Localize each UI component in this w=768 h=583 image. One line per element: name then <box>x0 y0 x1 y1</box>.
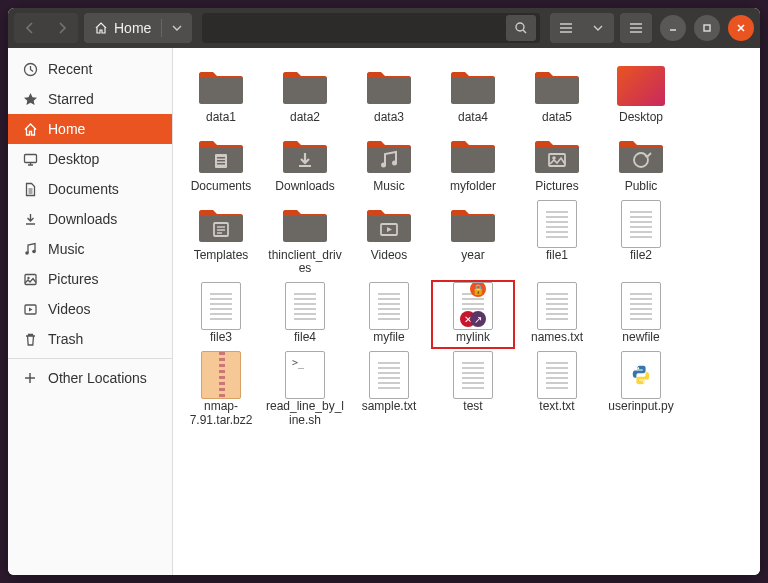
file-label: thinclient_drives <box>265 249 345 277</box>
file-item[interactable]: Music <box>347 129 431 198</box>
path-bar[interactable] <box>202 13 540 43</box>
folder-music-icon <box>363 133 415 177</box>
file-item[interactable]: file4 <box>263 280 347 349</box>
file-item[interactable]: userinput.py <box>599 349 683 432</box>
svg-point-0 <box>516 23 524 31</box>
close-button[interactable] <box>728 15 754 41</box>
sidebar-item-label: Home <box>48 121 85 137</box>
svg-point-5 <box>32 249 36 253</box>
file-label: file4 <box>294 331 316 345</box>
folder-icon <box>447 202 499 246</box>
forward-button[interactable] <box>46 13 78 43</box>
file-item[interactable]: file2 <box>599 198 683 281</box>
text-icon <box>615 284 667 328</box>
folder-icon <box>531 64 583 108</box>
sidebar-item-documents[interactable]: Documents <box>8 174 172 204</box>
folder-tpl-icon <box>195 202 247 246</box>
file-item[interactable]: Documents <box>179 129 263 198</box>
list-view-button[interactable] <box>550 13 582 43</box>
maximize-button[interactable] <box>694 15 720 41</box>
hamburger-menu-button[interactable] <box>620 13 652 43</box>
back-button[interactable] <box>14 13 46 43</box>
location-dropdown[interactable] <box>162 13 192 43</box>
text-icon <box>531 284 583 328</box>
video-icon <box>22 301 38 317</box>
folder-pic-icon <box>531 133 583 177</box>
file-item[interactable]: file1 <box>515 198 599 281</box>
view-options-button[interactable] <box>582 13 614 43</box>
svg-point-21 <box>643 381 645 383</box>
text-icon <box>363 284 415 328</box>
file-item[interactable]: data5 <box>515 60 599 129</box>
sidebar-item-videos[interactable]: Videos <box>8 294 172 324</box>
sidebar-item-trash[interactable]: Trash <box>8 324 172 354</box>
file-item[interactable]: myfolder <box>431 129 515 198</box>
search-button[interactable] <box>506 15 536 41</box>
text-icon <box>531 202 583 246</box>
header-bar: Home <box>8 8 760 48</box>
folder-icon <box>279 202 331 246</box>
file-item[interactable]: myfile <box>347 280 431 349</box>
script-icon <box>279 353 331 397</box>
location-bar[interactable]: Home <box>84 13 192 43</box>
file-item[interactable]: Videos <box>347 198 431 281</box>
file-label: newfile <box>622 331 659 345</box>
svg-rect-12 <box>217 163 225 165</box>
file-item[interactable]: Downloads <box>263 129 347 198</box>
file-item[interactable]: file3 <box>179 280 263 349</box>
file-item[interactable]: text.txt <box>515 349 599 432</box>
svg-rect-1 <box>704 25 710 31</box>
desktop-icon <box>22 151 38 167</box>
file-item[interactable]: 🔒✕↗mylink <box>431 280 515 349</box>
file-item[interactable]: data1 <box>179 60 263 129</box>
file-label: Documents <box>191 180 252 194</box>
clock-icon <box>22 61 38 77</box>
file-label: Music <box>373 180 404 194</box>
file-item[interactable]: nmap-7.91.tar.bz2 <box>179 349 263 432</box>
sidebar-item-label: Videos <box>48 301 91 317</box>
file-label: names.txt <box>531 331 583 345</box>
sidebar-item-desktop[interactable]: Desktop <box>8 144 172 174</box>
sidebar-item-home[interactable]: Home <box>8 114 172 144</box>
folder-vid-icon <box>363 202 415 246</box>
sidebar-item-label: Documents <box>48 181 119 197</box>
file-item[interactable]: read_line_by_line.sh <box>263 349 347 432</box>
file-item[interactable]: thinclient_drives <box>263 198 347 281</box>
file-label: Public <box>625 180 658 194</box>
file-item[interactable]: Pictures <box>515 129 599 198</box>
file-item[interactable]: Public <box>599 129 683 198</box>
sidebar-item-pictures[interactable]: Pictures <box>8 264 172 294</box>
file-item[interactable]: data4 <box>431 60 515 129</box>
file-item[interactable]: sample.txt <box>347 349 431 432</box>
file-view[interactable]: data1data2data3data4data5DesktopDocument… <box>173 48 760 575</box>
svg-point-4 <box>25 251 29 255</box>
sidebar-other-locations[interactable]: Other Locations <box>8 363 172 393</box>
file-label: file1 <box>546 249 568 263</box>
file-item[interactable]: test <box>431 349 515 432</box>
svg-point-13 <box>381 162 386 167</box>
file-label: test <box>463 400 482 414</box>
file-label: userinput.py <box>608 400 673 414</box>
folder-dl-icon <box>279 133 331 177</box>
file-label: read_line_by_line.sh <box>265 400 345 428</box>
file-item[interactable]: Templates <box>179 198 263 281</box>
minimize-button[interactable] <box>660 15 686 41</box>
file-item[interactable]: Desktop <box>599 60 683 129</box>
sidebar-item-starred[interactable]: Starred <box>8 84 172 114</box>
file-item[interactable]: newfile <box>599 280 683 349</box>
file-item[interactable]: data3 <box>347 60 431 129</box>
file-label: file3 <box>210 331 232 345</box>
file-item[interactable]: year <box>431 198 515 281</box>
svg-rect-10 <box>217 157 225 159</box>
sidebar-item-label: Downloads <box>48 211 117 227</box>
home-icon <box>22 121 38 137</box>
sidebar-item-downloads[interactable]: Downloads <box>8 204 172 234</box>
home-icon <box>94 21 108 35</box>
folder-public-icon <box>615 133 667 177</box>
svg-point-7 <box>27 276 29 278</box>
file-item[interactable]: data2 <box>263 60 347 129</box>
sidebar-item-music[interactable]: Music <box>8 234 172 264</box>
sidebar-item-recent[interactable]: Recent <box>8 54 172 84</box>
file-label: file2 <box>630 249 652 263</box>
file-item[interactable]: names.txt <box>515 280 599 349</box>
